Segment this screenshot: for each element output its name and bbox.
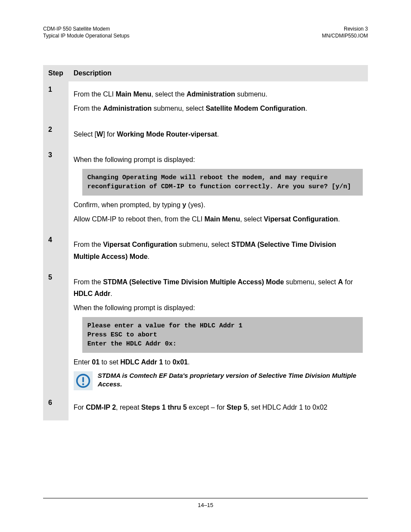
step-number: 3	[43, 147, 68, 232]
step5-line1: From the STDMA (Selective Time Division …	[74, 276, 363, 299]
header-left-line1: CDM-IP 550 Satellite Modem	[43, 26, 110, 32]
header-left-line2: Typical IP Module Operational Setups	[43, 33, 130, 39]
step-number: 2	[43, 121, 68, 147]
step1-line1: From the CLI Main Menu, select the Admin…	[74, 88, 363, 100]
step2-line: Select [W] for Working Mode Router-viper…	[74, 128, 363, 140]
note: STDMA is Comtech EF Data's proprietary v…	[74, 371, 363, 390]
step3-code: Changing Operating Mode will reboot the …	[82, 169, 363, 196]
header-right-line2: MN/CDMIP550.IOM	[322, 33, 368, 39]
svg-rect-1	[82, 377, 84, 383]
col-step: Step	[43, 65, 68, 81]
table-row: 3 When the following prompt is displayed…	[43, 147, 368, 232]
step5-line2: When the following prompt is displayed:	[74, 302, 363, 314]
step5-line3: Enter 01 to set HDLC Addr 1 to 0x01.	[74, 356, 363, 368]
footer-rule	[43, 498, 368, 498]
step3-line2: Confirm, when prompted, by typing y (yes…	[74, 199, 363, 211]
step3-line1: When the following prompt is displayed:	[74, 154, 363, 165]
step4-line: From the Vipersat Configuration submenu,…	[74, 239, 363, 262]
table-row: 5 From the STDMA (Selective Time Divisio…	[43, 269, 368, 395]
step6-line: For CDM-IP 2, repeat Steps 1 thru 5 exce…	[74, 401, 363, 413]
page-number: 14–15	[43, 502, 368, 508]
step1-line2: From the Administration submenu, select …	[74, 103, 363, 114]
note-text: STDMA is Comtech EF Data's proprietary v…	[98, 371, 363, 388]
table-row: 2 Select [W] for Working Mode Router-vip…	[43, 121, 368, 147]
table-row: 6 For CDM-IP 2, repeat Steps 1 thru 5 ex…	[43, 395, 368, 420]
step-number: 5	[43, 269, 68, 395]
alert-icon	[74, 371, 93, 390]
step5-code: Please enter a value for the HDLC Addr 1…	[82, 317, 363, 353]
table-row: 4 From the Vipersat Configuration submen…	[43, 232, 368, 269]
step-number: 6	[43, 395, 68, 420]
svg-point-2	[82, 383, 84, 386]
step-number: 1	[43, 81, 68, 121]
step3-line3: Allow CDM-IP to reboot then, from the CL…	[74, 213, 363, 225]
table-row: 1 From the CLI Main Menu, select the Adm…	[43, 81, 368, 121]
step-number: 4	[43, 232, 68, 269]
steps-table: Step Description 1 From the CLI Main Men…	[43, 65, 368, 420]
header-right-line1: Revision 3	[344, 26, 368, 32]
col-desc: Description	[68, 65, 368, 81]
